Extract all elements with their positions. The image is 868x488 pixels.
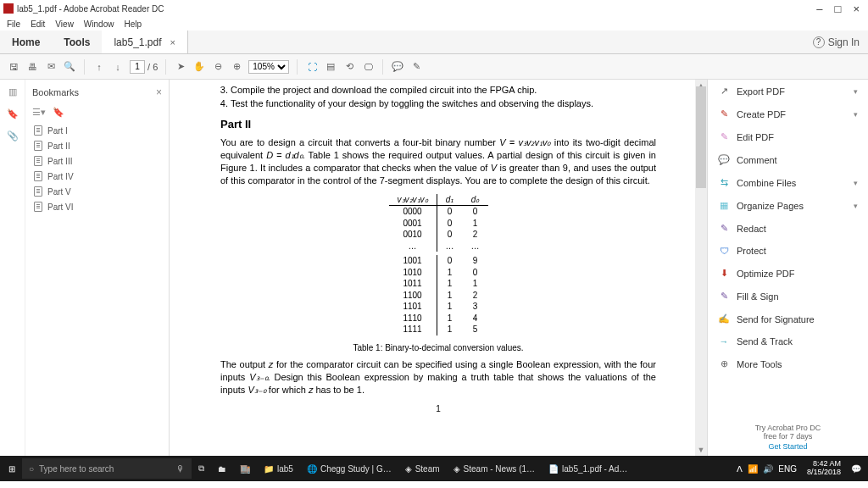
page-number: 1 <box>220 403 656 415</box>
find-bookmark-icon[interactable]: 🔖 <box>53 107 64 118</box>
sign-icon[interactable]: ✎ <box>409 60 423 74</box>
scroll-down-icon[interactable]: ▼ <box>695 444 707 456</box>
fit-width-icon[interactable]: ⛶ <box>305 60 319 74</box>
tab-home[interactable]: Home <box>0 30 52 53</box>
bookmark-icon[interactable]: 🔖 <box>6 107 19 120</box>
tool-icon: ↗ <box>718 86 730 97</box>
minimize-button[interactable]: – <box>816 3 822 15</box>
mail-icon[interactable]: ✉ <box>44 60 58 74</box>
tray-chevron-icon[interactable]: ᐱ <box>737 464 743 474</box>
cortana-icon: ○ <box>29 464 34 474</box>
page-icon <box>34 186 42 197</box>
tool-more-tools[interactable]: ⊕More Tools <box>708 352 868 375</box>
table-row: 110113 <box>389 301 488 313</box>
fit-page-icon[interactable]: ▤ <box>324 60 337 74</box>
tool-label: Protect <box>737 246 766 256</box>
print-icon[interactable]: 🖶 <box>25 60 39 74</box>
tool-icon: ⬇ <box>718 268 730 279</box>
bookmarks-list: Part I Part II Part III Part IV Part V P… <box>31 123 164 214</box>
tool-icon: 💬 <box>718 154 730 165</box>
bookmark-item[interactable]: Part II <box>32 138 164 153</box>
bookmark-item[interactable]: Part I <box>32 123 164 138</box>
taskbar-item[interactable]: 🌐 Chegg Study | G… <box>300 458 398 479</box>
menu-view[interactable]: View <box>55 19 74 29</box>
page-down-icon[interactable]: ↓ <box>111 60 125 74</box>
tool-fill-sign[interactable]: ✎Fill & Sign <box>708 285 868 308</box>
tool-send-for-signature[interactable]: ✍Send for Signature <box>708 308 868 330</box>
system-tray[interactable]: ᐱ 📶 🔊 ENG 8:42 AM8/15/2018 💬 <box>737 460 865 477</box>
start-button[interactable]: ⊞ <box>3 464 20 474</box>
chevron-down-icon: ▾ <box>854 110 858 119</box>
pointer-icon[interactable]: ➤ <box>174 60 187 74</box>
read-mode-icon[interactable]: 🖵 <box>361 60 375 74</box>
tool-combine-files[interactable]: ⇆Combine Files▾ <box>708 171 868 194</box>
menu-file[interactable]: File <box>7 19 20 29</box>
table-row: 000000 <box>389 206 488 218</box>
menu-window[interactable]: Window <box>84 19 114 29</box>
maximize-button[interactable]: □ <box>835 3 842 15</box>
wifi-icon[interactable]: 📶 <box>748 464 758 474</box>
zoom-out-icon[interactable]: ⊖ <box>211 60 225 74</box>
scroll-thumb[interactable] <box>696 86 706 188</box>
tool-label: Send & Track <box>737 336 793 347</box>
close-button[interactable]: × <box>853 3 860 15</box>
sign-in-link[interactable]: ? Sign In <box>804 30 868 53</box>
tab-tools[interactable]: Tools <box>52 30 102 53</box>
tool-icon: ⇆ <box>718 177 730 188</box>
get-started-link[interactable]: Get Started <box>713 442 863 451</box>
taskbar-item[interactable]: ◈ Steam <box>398 458 447 479</box>
notifications-icon[interactable]: 💬 <box>851 464 861 474</box>
page-input[interactable] <box>130 60 145 74</box>
taskbar-item[interactable]: 📄 lab5_1.pdf - Ad… <box>542 458 634 479</box>
thumbnails-icon[interactable]: ▥ <box>6 85 19 98</box>
tool-label: Fill & Sign <box>737 291 779 302</box>
tool-protect[interactable]: 🛡Protect <box>708 240 868 262</box>
bookmark-item[interactable]: Part V <box>32 184 164 199</box>
tool-export-pdf[interactable]: ↗Export PDF▾ <box>708 80 868 103</box>
bookmarks-options-icon[interactable]: ☰▾ <box>32 107 46 118</box>
close-tab-icon[interactable]: × <box>170 37 175 47</box>
bookmark-item[interactable]: Part IV <box>32 169 164 184</box>
taskbar-item[interactable]: 📁 lab5 <box>257 458 300 479</box>
tool-edit-pdf[interactable]: ✎Edit PDF <box>708 125 868 148</box>
close-panel-icon[interactable]: × <box>156 86 162 98</box>
hand-icon[interactable]: ✋ <box>192 60 206 74</box>
table-row: 100109 <box>389 255 488 267</box>
bookmark-item[interactable]: Part III <box>32 153 164 169</box>
language-indicator[interactable]: ENG <box>778 464 797 474</box>
zoom-in-icon[interactable]: ⊕ <box>230 60 243 74</box>
tool-send-track[interactable]: →Send & Track <box>708 330 868 352</box>
tool-optimize-pdf[interactable]: ⬇Optimize PDF <box>708 262 868 285</box>
taskbar-item[interactable]: 🖿 <box>211 458 233 479</box>
help-icon[interactable]: ? <box>813 36 825 48</box>
zoom-select[interactable]: 105% <box>248 60 289 74</box>
mic-icon[interactable]: 🎙 <box>176 464 185 474</box>
attachment-icon[interactable]: 📎 <box>6 129 19 142</box>
taskbar-item[interactable]: 🏬 <box>233 458 257 479</box>
comment-icon[interactable]: 💬 <box>391 60 404 74</box>
tool-comment[interactable]: 💬Comment <box>708 148 868 171</box>
save-icon[interactable]: 🖫 <box>7 60 20 74</box>
taskbar-search[interactable]: ○ Type here to search 🎙 <box>22 458 192 479</box>
tool-create-pdf[interactable]: ✎Create PDF▾ <box>708 103 868 125</box>
search-icon[interactable]: 🔍 <box>63 60 76 74</box>
menu-edit[interactable]: Edit <box>31 19 45 29</box>
bookmark-item[interactable]: Part VI <box>32 199 164 214</box>
tool-label: Comment <box>737 155 777 165</box>
rotate-icon[interactable]: ⟲ <box>342 60 356 74</box>
menu-help[interactable]: Help <box>124 19 142 29</box>
task-view-icon[interactable]: ⧉ <box>192 458 211 479</box>
table-row: 111115 <box>389 324 488 336</box>
scrollbar[interactable]: ▲ ▼ <box>695 80 707 456</box>
page-up-icon[interactable]: ↑ <box>92 60 106 74</box>
volume-icon[interactable]: 🔊 <box>763 464 773 474</box>
tab-document[interactable]: lab5_1.pdf× <box>102 30 188 53</box>
tool-redact[interactable]: ✎Redact <box>708 217 868 240</box>
tool-label: More Tools <box>737 359 782 369</box>
document-viewport[interactable]: Compile the project and download the com… <box>170 80 707 456</box>
tool-organize-pages[interactable]: ▦Organize Pages▾ <box>708 194 868 217</box>
conversion-table: v₃v₂v₁v₀d₁d₀ 000000000101001002………100109… <box>389 194 488 336</box>
tool-label: Organize Pages <box>737 201 804 211</box>
clock[interactable]: 8:42 AM8/15/2018 <box>802 460 846 477</box>
taskbar-item[interactable]: ◈ Steam - News (1… <box>447 458 542 479</box>
